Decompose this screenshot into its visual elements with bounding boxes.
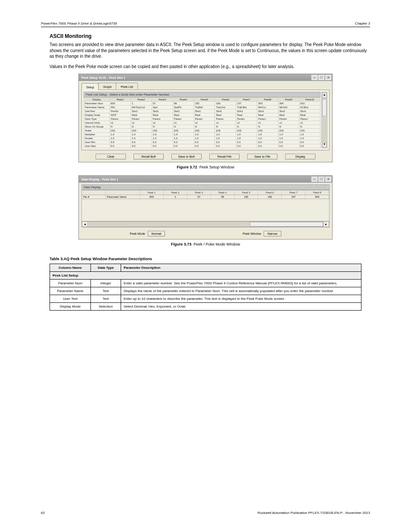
grid-cell[interactable]: Param xyxy=(215,117,236,121)
grid-cell[interactable]: 1 xyxy=(131,102,152,106)
grid-cell[interactable]: x1 xyxy=(131,121,152,125)
grid-cell[interactable]: x1 xyxy=(278,121,299,125)
grid-cell[interactable]: Real xyxy=(215,113,236,117)
tab-scope[interactable]: Scope xyxy=(98,83,116,90)
grid-cell[interactable]: Param xyxy=(257,117,278,121)
grid-cell[interactable]: 1.0 xyxy=(299,133,321,137)
grid-cell[interactable]: 1.0 xyxy=(278,137,299,140)
grid-cell[interactable]: Real xyxy=(173,113,194,117)
scroll-right-icon[interactable]: ► xyxy=(323,221,329,227)
grid-cell[interactable]: 0.0 xyxy=(257,140,278,144)
grid-cell[interactable]: 1.0 xyxy=(110,137,131,140)
grid-cell[interactable]: 58 xyxy=(173,102,194,106)
grid-cell[interactable]: [10] xyxy=(131,129,152,133)
peek-grid[interactable]: DisplayPeek1Peek2Peek3Peek4Peek5Peek6Pee… xyxy=(84,97,321,148)
grid-cell[interactable]: Slot1 xyxy=(257,109,278,113)
grid-cell[interactable]: [10] xyxy=(257,129,278,133)
grid-cell[interactable]: 0.0 xyxy=(131,140,152,144)
tab-peek-list[interactable]: Peek List xyxy=(116,83,138,90)
grid-cell[interactable]: TrqFdbk xyxy=(236,106,257,109)
recall-file-button[interactable]: Recall File xyxy=(209,154,240,159)
grid-cell[interactable]: 0.0 xyxy=(215,144,236,148)
horizontal-scrollbar[interactable]: ◄ ► xyxy=(81,221,330,227)
grid-cell[interactable]: x1 xyxy=(236,121,257,125)
grid-cell[interactable]: 0.0 xyxy=(152,140,173,144)
scroll-track[interactable] xyxy=(88,221,323,227)
peek-mode-button[interactable]: Normal xyxy=(148,231,165,236)
grid-cell[interactable]: N xyxy=(257,125,278,129)
maximize-icon[interactable]: □ xyxy=(318,75,324,80)
grid-cell[interactable]: Real xyxy=(194,113,215,117)
recall-bufr-button[interactable]: Recall Bufr xyxy=(134,154,164,159)
grid-cell[interactable]: Slot1 xyxy=(236,109,257,113)
grid-cell[interactable]: TrqCmd xyxy=(215,106,236,109)
save-file-button[interactable]: Save to File xyxy=(247,154,277,159)
grid-cell[interactable]: [10] xyxy=(236,129,257,133)
grid-cell[interactable]: 1.0 xyxy=(194,137,215,140)
grid-cell[interactable]: [10] xyxy=(152,129,173,133)
grid-cell[interactable]: 0.0 xyxy=(236,140,257,144)
grid-cell[interactable]: 1.0 xyxy=(278,133,299,137)
grid-cell[interactable]: 0.0 xyxy=(194,140,215,144)
grid-cell[interactable]: Real xyxy=(152,113,173,117)
scroll-down-icon[interactable]: ▼ xyxy=(322,142,327,147)
grid-cell[interactable]: [10] xyxy=(215,129,236,133)
grid-cell[interactable]: Param xyxy=(131,117,152,121)
tab-setup[interactable]: Setup xyxy=(81,83,99,90)
grid-cell[interactable]: N xyxy=(152,125,173,129)
grid-cell[interactable]: [10] xyxy=(194,129,215,133)
grid-cell[interactable]: [10] xyxy=(173,129,194,133)
scroll-left-icon[interactable]: ◄ xyxy=(82,221,88,227)
grid-cell[interactable]: 1.0 xyxy=(215,133,236,137)
grid-cell[interactable]: 0.0 xyxy=(152,144,173,148)
grid-cell[interactable]: 1.0 xyxy=(152,133,173,137)
grid-cell[interactable]: 0.0 xyxy=(194,144,215,148)
grid-cell[interactable]: Param xyxy=(152,117,173,121)
grid-cell[interactable]: 303 xyxy=(257,102,278,106)
grid-cell[interactable]: 0.0 xyxy=(215,140,236,144)
grid-cell[interactable]: 1.0 xyxy=(173,133,194,137)
grid-cell[interactable]: Slot1 xyxy=(299,109,321,113)
grid-cell[interactable]: Spd xyxy=(152,106,173,109)
grid-cell[interactable]: [10] xyxy=(110,129,131,133)
grid-cell[interactable]: 1.0 xyxy=(173,137,194,140)
grid-cell[interactable]: 1.0 xyxy=(236,133,257,137)
grid-cell[interactable]: 156 xyxy=(215,102,236,106)
grid-cell[interactable]: Real xyxy=(278,113,299,117)
grid-cell[interactable]: 1.0 xyxy=(152,137,173,140)
grid-cell[interactable]: Param xyxy=(278,117,299,121)
minimize-icon[interactable]: – xyxy=(311,177,318,182)
grid-cell[interactable]: 1.0 xyxy=(194,133,215,137)
grid-cell[interactable]: 0.0 xyxy=(278,140,299,144)
grid-cell[interactable]: x1 xyxy=(257,121,278,125)
save-bufr-button[interactable]: Save to Bufr xyxy=(171,154,202,159)
grid-cell[interactable]: 1.0 xyxy=(236,137,257,140)
grid-cell[interactable]: 0.0 xyxy=(110,140,131,144)
grid-cell[interactable]: x1 xyxy=(110,121,131,125)
grid-cell[interactable]: Slot1 xyxy=(278,109,299,113)
grid-cell[interactable]: Real xyxy=(236,113,257,117)
vertical-scrollbar[interactable]: ▲ ▼ xyxy=(321,92,327,148)
grid-cell[interactable]: N xyxy=(215,125,236,129)
grid-cell[interactable]: 0.0 xyxy=(236,144,257,148)
close-icon[interactable]: × xyxy=(325,75,331,80)
scroll-thumb[interactable] xyxy=(250,222,323,227)
grid-cell[interactable]: [10] xyxy=(299,129,321,133)
grid-cell[interactable]: N xyxy=(278,125,299,129)
grid-cell[interactable]: N xyxy=(131,125,152,129)
maximize-icon[interactable]: □ xyxy=(318,177,324,182)
peek-window-button[interactable]: Narrow xyxy=(264,231,281,236)
minimize-icon[interactable]: – xyxy=(311,75,318,80)
grid-cell[interactable]: Param xyxy=(236,117,257,121)
display-button[interactable]: Display xyxy=(285,154,315,159)
grid-cell[interactable]: 1.0 xyxy=(257,137,278,140)
grid-cell[interactable]: 0.0 xyxy=(173,144,194,148)
grid-cell[interactable]: x1 xyxy=(152,121,173,125)
grid-cell[interactable]: x1 xyxy=(215,121,236,125)
grid-cell[interactable]: 304 xyxy=(278,102,299,106)
grid-cell[interactable]: 0.0 xyxy=(173,140,194,144)
grid-cell[interactable]: DCBus xyxy=(299,106,321,109)
close-icon[interactable]: × xyxy=(325,177,331,182)
grid-cell[interactable]: 1.0 xyxy=(215,137,236,140)
grid-cell[interactable]: 310 xyxy=(299,102,321,106)
